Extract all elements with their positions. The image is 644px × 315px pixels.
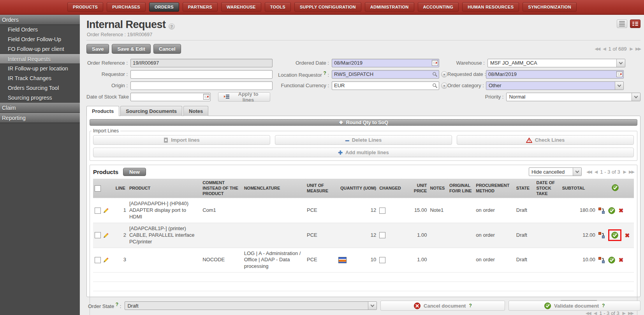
- sidebar-item-ir-track-changes[interactable]: IR Track Changes: [0, 74, 80, 83]
- edit-line-icon[interactable]: [103, 232, 109, 238]
- select-all-checkbox[interactable]: [95, 185, 101, 192]
- location-requestor-help-icon[interactable]: ?: [323, 70, 326, 76]
- requested-date-calendar-icon[interactable]: [616, 71, 623, 77]
- cancel-document-button[interactable]: Cancel document ?: [380, 301, 505, 311]
- nav-synchronization[interactable]: SYNCHRONIZATION: [523, 2, 577, 12]
- hide-cancelled-filter-select[interactable]: Hide cancelled: [529, 167, 582, 176]
- warehouse-select[interactable]: MSF JO_AMM_OCA: [487, 59, 625, 67]
- pager-next-icon[interactable]: ▶: [623, 311, 625, 315]
- pager-last-icon[interactable]: ▶▶: [635, 46, 640, 51]
- sidebar-item-orders-sourcing-tool[interactable]: Orders Sourcing Tool: [0, 83, 80, 93]
- nav-administration[interactable]: ADMINISTRATION: [365, 2, 414, 12]
- tab-sourcing-documents[interactable]: Sourcing Documents: [120, 106, 182, 116]
- search-icon[interactable]: [432, 72, 438, 77]
- apply-to-lines-button[interactable]: Apply to lines: [218, 92, 270, 102]
- sidebar-item-ir-follow-up-per-location[interactable]: IR Follow-up per location: [0, 64, 80, 74]
- requested-date-field[interactable]: [486, 70, 624, 79]
- row-checkbox[interactable]: [95, 257, 101, 263]
- order-state-select[interactable]: Draft: [125, 301, 377, 310]
- sidebar-section-reporting[interactable]: Reporting: [0, 113, 80, 123]
- changed-checkbox[interactable]: [379, 208, 385, 214]
- new-line-button[interactable]: New: [123, 168, 146, 176]
- add-multiple-lines-button[interactable]: ✚ Add multiple lines: [93, 148, 634, 157]
- split-line-icon[interactable]: [598, 232, 605, 238]
- search-icon[interactable]: [432, 83, 438, 88]
- sidebar-item-field-order-follow-up[interactable]: Field Order Follow-Up: [0, 35, 80, 44]
- row-checkbox[interactable]: [95, 232, 101, 238]
- sidebar-item-fo-follow-up-per-client[interactable]: FO Follow-up per client: [0, 44, 80, 54]
- cancel-document-help-icon[interactable]: ?: [469, 303, 472, 308]
- nav-warehouse[interactable]: WAREHOUSE: [221, 2, 261, 12]
- validate-document-button[interactable]: Validate document ?: [509, 301, 640, 311]
- pager-first-icon[interactable]: ◀◀: [586, 311, 591, 315]
- nav-tools[interactable]: TOOLS: [265, 2, 291, 12]
- order-reference-field[interactable]: [130, 59, 273, 67]
- edit-line-icon[interactable]: [103, 208, 109, 213]
- chevron-down-icon[interactable]: [368, 302, 377, 310]
- confirm-line-icon[interactable]: [608, 257, 615, 264]
- chevron-down-icon[interactable]: [616, 59, 625, 67]
- confirm-line-icon[interactable]: [608, 207, 615, 214]
- chevron-down-icon[interactable]: [632, 93, 640, 101]
- ordered-date-calendar-icon[interactable]: [432, 60, 438, 66]
- row-checkbox[interactable]: [95, 208, 101, 214]
- pager-first-icon[interactable]: ◀◀: [586, 169, 591, 174]
- split-line-icon[interactable]: [598, 257, 605, 263]
- location-requestor-dropdown-icon[interactable]: ▼: [441, 71, 447, 77]
- save-edit-button[interactable]: Save & Edit: [112, 44, 151, 54]
- delete-line-icon[interactable]: ✖: [619, 208, 624, 213]
- title-help-icon[interactable]: ?: [169, 23, 175, 30]
- pager-next-icon[interactable]: ▶: [630, 46, 632, 51]
- check-lines-button[interactable]: Check Lines: [457, 135, 634, 145]
- tab-products[interactable]: Products: [86, 106, 119, 116]
- tab-notes[interactable]: Notes: [183, 106, 208, 116]
- chevron-down-icon[interactable]: [615, 82, 623, 90]
- sidebar-item-sourcing-progress[interactable]: Sourcing progress: [0, 93, 80, 103]
- delete-line-icon[interactable]: ✖: [619, 257, 624, 263]
- functional-currency-dropdown-icon[interactable]: ▼: [441, 83, 447, 89]
- validate-document-help-icon[interactable]: ?: [602, 303, 605, 308]
- requestor-field[interactable]: [130, 70, 273, 79]
- cancel-button[interactable]: Cancel: [153, 44, 181, 54]
- changed-checkbox[interactable]: [379, 257, 385, 263]
- nomenclature-window-icon[interactable]: [338, 257, 347, 263]
- origin-field[interactable]: [130, 81, 273, 90]
- delete-lines-button[interactable]: ▬ Delete Lines: [275, 135, 452, 145]
- pager-last-icon[interactable]: ▶▶: [629, 169, 634, 174]
- order-category-select[interactable]: Other: [486, 81, 624, 90]
- edit-line-icon[interactable]: [103, 257, 109, 263]
- delete-line-icon[interactable]: ✖: [625, 232, 630, 238]
- form-view-icon[interactable]: [630, 19, 640, 28]
- pager-prev-icon[interactable]: ◀: [595, 169, 597, 174]
- pager-first-icon[interactable]: ◀◀: [595, 46, 600, 51]
- import-lines-button[interactable]: Import lines: [93, 135, 270, 145]
- save-button[interactable]: Save: [86, 44, 109, 54]
- pager-next-icon[interactable]: ▶: [623, 169, 626, 174]
- changed-checkbox[interactable]: [379, 232, 385, 238]
- date-of-stock-take-field[interactable]: [130, 93, 211, 101]
- nav-supply-configuration[interactable]: SUPPLY CONFIGURATION: [294, 2, 361, 12]
- nav-partners[interactable]: PARTNERS: [183, 2, 218, 12]
- order-state-help-icon[interactable]: ?: [116, 302, 118, 307]
- nav-human-resources[interactable]: HUMAN RESOURCES: [462, 2, 519, 12]
- functional-currency-field[interactable]: [332, 81, 439, 90]
- sidebar-section-orders[interactable]: Orders: [0, 15, 80, 25]
- chevron-down-icon[interactable]: [573, 168, 581, 176]
- pager-prev-icon[interactable]: ◀: [603, 46, 605, 51]
- confirm-line-icon[interactable]: [611, 232, 618, 239]
- nav-purchases[interactable]: PURCHASES: [107, 2, 146, 12]
- list-view-icon[interactable]: [617, 19, 627, 28]
- ordered-date-field[interactable]: [332, 59, 439, 67]
- priority-select[interactable]: Normal: [506, 93, 640, 101]
- split-line-icon[interactable]: [598, 208, 605, 214]
- nav-accounting[interactable]: ACCOUNTING: [418, 2, 459, 12]
- nav-products[interactable]: PRODUCTS: [67, 2, 103, 12]
- round-qty-to-soq-button[interactable]: ❖ Round Qty to SoQ: [90, 119, 637, 126]
- pager-last-icon[interactable]: ▶▶: [628, 311, 633, 315]
- location-requestor-field[interactable]: [332, 70, 439, 79]
- nav-orders[interactable]: ORDERS: [149, 2, 179, 12]
- pager-prev-icon[interactable]: ◀: [594, 311, 596, 315]
- sidebar-item-field-orders[interactable]: Field Orders: [0, 25, 80, 35]
- sidebar-section-claim[interactable]: Claim: [0, 103, 80, 113]
- sidebar-item-internal-requests[interactable]: Internal Requests: [0, 54, 80, 64]
